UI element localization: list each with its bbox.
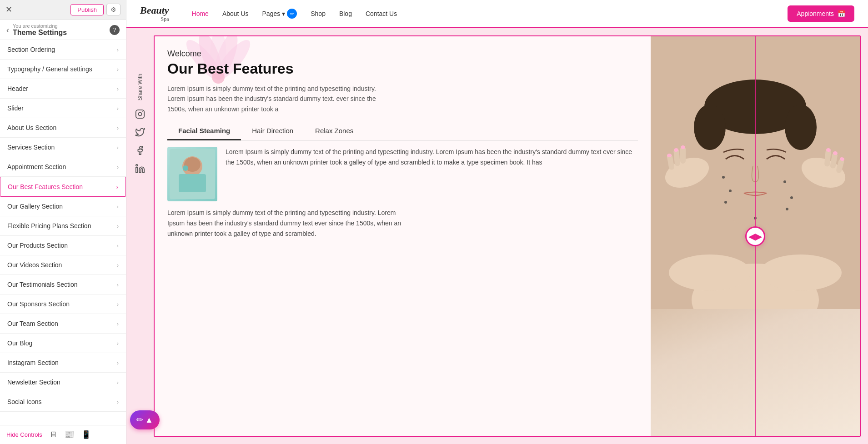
sidebar-item-slider[interactable]: Slider› <box>0 99 126 118</box>
nav-pages[interactable]: Pages ▾ ✏ <box>262 9 297 19</box>
sidebar-item-typography-general[interactable]: Typography / General settings› <box>0 60 126 79</box>
sidebar-item-our-best-features[interactable]: Our Best Features Section› <box>0 177 126 197</box>
twitter-social-icon[interactable] <box>132 124 148 140</box>
tablet-view-button[interactable]: 📰 <box>65 430 74 439</box>
sidebar-item-flexible-pricing[interactable]: Flexible Pricing Plans Section› <box>0 216 126 236</box>
chevron-up-icon: ▲ <box>145 415 153 425</box>
features-description: Lorem Ipsum is simply dummy text of the … <box>167 84 395 114</box>
sidebar-item-our-gallery[interactable]: Our Gallery Section› <box>0 197 126 216</box>
sidebar-item-instagram-section[interactable]: Instagram Section› <box>0 353 126 373</box>
nav-home[interactable]: Home <box>192 10 209 17</box>
sidebar-item-label: Our Blog <box>7 339 32 347</box>
sidebar-item-label: Our Team Section <box>7 320 58 327</box>
sidebar-item-header[interactable]: Header› <box>0 79 126 99</box>
sidebar-item-label: Our Products Section <box>7 242 68 249</box>
sidebar-item-newsletter-section[interactable]: Newsletter Section› <box>0 373 126 392</box>
svg-point-42 <box>681 145 685 149</box>
best-features-section: Welcome Our Best Features Lorem Ipsum is… <box>154 35 861 437</box>
nav-blog[interactable]: Blog <box>339 10 352 17</box>
chevron-right-icon: › <box>117 125 119 131</box>
desktop-view-button[interactable]: 🖥 <box>50 430 57 439</box>
sidebar-item-section-ordering[interactable]: Section Ordering› <box>0 40 126 60</box>
nav-about-us[interactable]: About Us <box>222 10 249 17</box>
sidebar-menu: Section Ordering›Typography / General se… <box>0 40 126 425</box>
sidebar-item-about-us-section[interactable]: About Us Section› <box>0 118 126 138</box>
sidebar-item-label: Social Icons <box>7 398 41 405</box>
customize-icon: ✏ <box>136 415 143 425</box>
sidebar-item-appointment-section[interactable]: Appointment Section› <box>0 157 126 177</box>
pages-edit-badge[interactable]: ✏ <box>287 9 297 19</box>
sidebar-top-bar: ✕ Publish ⚙ <box>0 0 126 20</box>
sidebar-item-label: Typography / General settings <box>7 65 92 73</box>
chevron-right-icon: › <box>117 223 119 229</box>
sidebar-item-label: Services Section <box>7 144 55 151</box>
sidebar-item-our-videos[interactable]: Our Videos Section› <box>0 255 126 275</box>
pages-dropdown-icon: ▾ <box>282 10 285 17</box>
chevron-right-icon: › <box>117 399 119 405</box>
svg-point-15 <box>183 165 188 171</box>
sidebar-item-our-products[interactable]: Our Products Section› <box>0 236 126 255</box>
hide-controls-label: Hide Controls <box>6 431 42 438</box>
sidebar-item-label: Our Best Features Section <box>8 183 83 190</box>
sidebar-item-social-icons[interactable]: Social Icons› <box>0 392 126 412</box>
publish-button[interactable]: Publish <box>70 4 104 15</box>
chevron-right-icon: › <box>117 262 119 269</box>
back-arrow-icon[interactable]: ‹ <box>6 25 9 35</box>
tab-relax-zones[interactable]: Relax Zones <box>304 122 364 140</box>
section-image-panel: ◀▶ <box>651 36 860 436</box>
sidebar-item-our-blog[interactable]: Our Blog› <box>0 334 126 353</box>
brand-logo: Beauty Spa <box>140 5 169 22</box>
svg-point-19 <box>760 254 842 291</box>
sidebar-item-label: Header <box>7 85 28 92</box>
chevron-right-icon: › <box>117 66 119 73</box>
chevron-right-icon: › <box>117 379 119 386</box>
tab-content-area: Lorem Ipsum is simply dummy text of the … <box>167 140 638 201</box>
spa-image-background: ◀▶ <box>651 36 860 436</box>
gear-icon: ⚙ <box>110 6 116 13</box>
features-title: Our Best Features <box>167 60 638 77</box>
sidebar-item-label: Slider <box>7 105 24 112</box>
tab-hair-direction[interactable]: Hair Direction <box>241 122 304 140</box>
compare-slider-button[interactable]: ◀▶ <box>745 226 765 246</box>
chevron-right-icon: › <box>117 301 119 308</box>
customizing-info: You are customizing Theme Settings <box>13 23 67 37</box>
appointments-button[interactable]: Appionments 📅 <box>788 5 854 22</box>
sidebar-item-label: Our Gallery Section <box>7 203 63 210</box>
nav-contact[interactable]: Contact Us <box>366 10 397 17</box>
nav-shop[interactable]: Shop <box>311 10 326 17</box>
tab-facial-steaming[interactable]: Facial Steaming <box>167 122 241 140</box>
sidebar-item-label: Our Videos Section <box>7 261 62 269</box>
close-button[interactable]: ✕ <box>5 5 12 15</box>
instagram-social-icon[interactable] <box>132 106 148 122</box>
chevron-right-icon: › <box>117 46 119 53</box>
chevron-right-icon: › <box>116 184 118 190</box>
tab-image <box>167 147 217 201</box>
sidebar-item-our-team[interactable]: Our Team Section› <box>0 314 126 334</box>
sidebar-item-label: Instagram Section <box>7 359 59 366</box>
section-inner: Welcome Our Best Features Lorem Ipsum is… <box>155 36 860 436</box>
chevron-right-icon: › <box>117 340 119 347</box>
linkedin-social-icon[interactable] <box>132 160 148 177</box>
fab-customize-button[interactable]: ✏ ▲ <box>130 410 160 429</box>
chevron-right-icon: › <box>117 281 119 288</box>
chevron-right-icon: › <box>117 105 119 112</box>
facebook-social-icon[interactable] <box>132 142 148 159</box>
sidebar-item-services-section[interactable]: Services Section› <box>0 138 126 157</box>
tabs-row: Facial SteamingHair DirectionRelax Zones <box>167 122 638 140</box>
sidebar-item-our-sponsors[interactable]: Our Sponsors Section› <box>0 294 126 314</box>
sidebar-footer: Hide Controls 🖥 📰 📱 <box>0 425 126 444</box>
sidebar-item-our-testimonials[interactable]: Our Testimonials Section› <box>0 275 126 294</box>
chevron-right-icon: › <box>117 164 119 170</box>
sidebar-item-label: Our Testimonials Section <box>7 281 78 288</box>
mobile-view-button[interactable]: 📱 <box>81 430 91 439</box>
gear-button[interactable]: ⚙ <box>106 4 120 15</box>
svg-point-28 <box>783 180 786 183</box>
customizing-label: You are customizing <box>13 23 67 29</box>
brand-line2: Spa <box>140 16 169 22</box>
welcome-label: Welcome <box>167 49 638 59</box>
compare-icon: ◀▶ <box>748 231 762 242</box>
chevron-right-icon: › <box>117 320 119 327</box>
hide-controls-button[interactable]: Hide Controls <box>6 431 42 438</box>
help-button[interactable]: ? <box>110 25 120 35</box>
nav-pages-label: Pages <box>262 10 281 17</box>
